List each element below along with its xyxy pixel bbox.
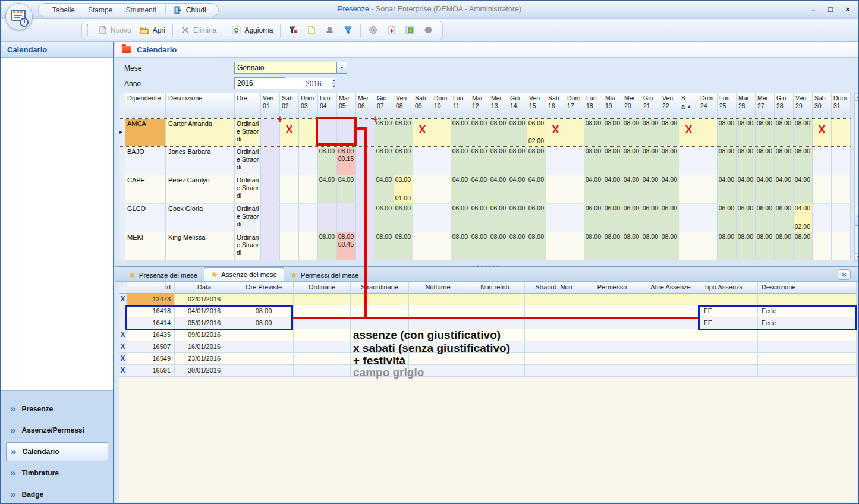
employee-code[interactable]: BAJO bbox=[125, 147, 166, 175]
day-cell[interactable] bbox=[813, 204, 832, 232]
cell-id[interactable]: 16435 bbox=[127, 329, 175, 341]
day-cell[interactable]: 06.00 bbox=[718, 204, 737, 232]
cell-empty[interactable] bbox=[583, 329, 641, 341]
cell-empty[interactable] bbox=[294, 341, 351, 352]
cell-tipo-assenza[interactable] bbox=[700, 341, 758, 352]
cell-id[interactable]: 16414 bbox=[127, 317, 175, 329]
day-cell[interactable] bbox=[318, 204, 337, 232]
day-cell[interactable] bbox=[565, 232, 584, 260]
day-cell[interactable]: 08.00 bbox=[775, 147, 794, 175]
day-cell[interactable]: 08.00 bbox=[394, 147, 413, 175]
day-cell[interactable]: 08.00 bbox=[641, 232, 660, 260]
column-header-day-ven-29[interactable]: Ven29 bbox=[794, 93, 813, 118]
column-header-day-ven-08[interactable]: Ven08 bbox=[394, 93, 413, 118]
day-cell[interactable] bbox=[565, 147, 584, 175]
day-cell[interactable]: 04.00 bbox=[527, 175, 546, 203]
scroll-down-icon[interactable]: ▼ bbox=[855, 253, 859, 260]
day-cell[interactable]: 08.00 bbox=[527, 147, 546, 175]
cell-data[interactable]: 16/01/2016 bbox=[175, 341, 234, 352]
column-header-descrizione[interactable]: Descrizione bbox=[166, 93, 235, 118]
day-cell[interactable]: 08.00 bbox=[641, 119, 660, 146]
day-cell[interactable]: 04.00 bbox=[584, 175, 603, 203]
spinner-buttons[interactable]: ▲▼ bbox=[332, 78, 335, 89]
cell-data[interactable]: 05/01/2016 bbox=[175, 317, 234, 329]
day-cell[interactable]: 08.00 bbox=[737, 147, 756, 175]
cell-empty[interactable] bbox=[409, 305, 467, 317]
day-cell[interactable]: 08.00 bbox=[660, 119, 679, 146]
column-header-ordinarie[interactable]: Ordinarie bbox=[294, 282, 351, 294]
day-cell[interactable] bbox=[432, 119, 451, 146]
day-cell[interactable]: 08.00 bbox=[394, 119, 413, 146]
day-cell[interactable]: 08.00 bbox=[718, 119, 737, 146]
cell-empty[interactable] bbox=[467, 305, 525, 317]
day-cell[interactable]: 06.00 bbox=[660, 204, 679, 232]
day-cell[interactable] bbox=[832, 147, 851, 175]
cell-empty[interactable] bbox=[583, 341, 641, 352]
cell-empty[interactable] bbox=[583, 305, 641, 317]
cell-tipo-assenza[interactable] bbox=[700, 365, 758, 376]
day-cell[interactable] bbox=[261, 232, 280, 260]
elimina-button[interactable]: Elimina bbox=[176, 23, 221, 37]
day-cell[interactable] bbox=[698, 119, 718, 146]
day-cell[interactable] bbox=[432, 147, 451, 175]
cell-empty[interactable] bbox=[641, 329, 700, 341]
day-cell[interactable] bbox=[413, 147, 432, 175]
cell-empty[interactable] bbox=[351, 353, 409, 364]
sidebar-item-badge[interactable]: »Badge bbox=[1, 484, 113, 504]
cell-empty[interactable] bbox=[294, 305, 351, 317]
cell-empty[interactable] bbox=[351, 341, 409, 352]
cell-empty[interactable] bbox=[525, 341, 583, 352]
day-cell[interactable]: 08.00 bbox=[718, 147, 737, 175]
employee-name[interactable]: King Melissa bbox=[166, 232, 235, 260]
day-cell[interactable]: 08.00 bbox=[489, 119, 508, 146]
day-cell[interactable]: 08.00 bbox=[756, 232, 775, 260]
cell-empty[interactable] bbox=[641, 294, 700, 305]
column-header-day-gio-14[interactable]: Gio14 bbox=[508, 93, 527, 118]
mese-input[interactable] bbox=[235, 62, 336, 73]
day-cell[interactable] bbox=[546, 204, 565, 232]
day-cell[interactable]: 08.00 bbox=[794, 232, 813, 260]
column-header-day-dom-31[interactable]: Dom31 bbox=[832, 93, 851, 118]
cell-empty[interactable] bbox=[351, 317, 409, 329]
column-header-altre-assenze[interactable]: Altre Assenze bbox=[641, 282, 700, 294]
day-cell[interactable] bbox=[356, 204, 375, 232]
column-header-day-mar-12[interactable]: Mar12 bbox=[470, 93, 489, 118]
cell-empty[interactable] bbox=[583, 294, 641, 305]
cell-data[interactable]: 30/01/2016 bbox=[175, 365, 234, 376]
day-cell[interactable]: 08.00 bbox=[737, 232, 756, 260]
cell-empty[interactable] bbox=[525, 353, 583, 364]
cell-empty[interactable] bbox=[467, 317, 525, 329]
employee-code[interactable]: MEKI bbox=[125, 232, 166, 260]
employee-code[interactable]: GLCO bbox=[125, 204, 166, 232]
cell-id[interactable]: 16418 bbox=[127, 305, 175, 317]
day-cell[interactable]: 08.00 bbox=[775, 232, 794, 260]
day-cell[interactable]: 08.00 bbox=[375, 147, 394, 175]
day-cell[interactable] bbox=[565, 175, 584, 203]
cell-ore-previste[interactable] bbox=[234, 294, 294, 305]
day-cell[interactable] bbox=[698, 147, 718, 175]
day-cell[interactable]: 08.00 bbox=[660, 232, 679, 260]
column-header-day-dom-17[interactable]: Dom17 bbox=[565, 93, 584, 118]
column-header-notturne[interactable]: Notturne bbox=[409, 282, 467, 294]
cell-empty[interactable] bbox=[351, 305, 409, 317]
cell-empty[interactable] bbox=[467, 329, 525, 341]
cell-empty[interactable] bbox=[641, 317, 700, 329]
cell-ore-previste[interactable]: 08.00 bbox=[234, 305, 294, 317]
day-cell[interactable]: 08.00 bbox=[470, 147, 489, 175]
day-cell[interactable]: 06.00 bbox=[508, 204, 527, 232]
column-header-day-lun-04[interactable]: Lun04 bbox=[318, 93, 337, 118]
day-cell[interactable]: 06.00 bbox=[527, 204, 546, 232]
day-cell[interactable]: 08.00 bbox=[584, 147, 603, 175]
spin-down-icon[interactable]: ▼ bbox=[332, 83, 335, 89]
day-cell[interactable]: 08.0000.45 bbox=[337, 232, 356, 260]
cell-id[interactable]: 12473 bbox=[127, 294, 175, 305]
day-cell[interactable]: 04.00 bbox=[318, 175, 337, 203]
day-cell[interactable] bbox=[565, 119, 584, 146]
column-header-day-mer-13[interactable]: Mer13 bbox=[489, 93, 508, 118]
day-cell[interactable]: 04.00 bbox=[718, 175, 737, 203]
cell-empty[interactable] bbox=[525, 305, 583, 317]
day-cell[interactable] bbox=[679, 175, 698, 203]
ore-type-label[interactable]: Ordinarie Straordi bbox=[235, 147, 261, 175]
tab-permessi-del-mese[interactable]: ★Permessi del mese bbox=[284, 269, 366, 281]
cell-ore-previste[interactable] bbox=[234, 353, 294, 364]
